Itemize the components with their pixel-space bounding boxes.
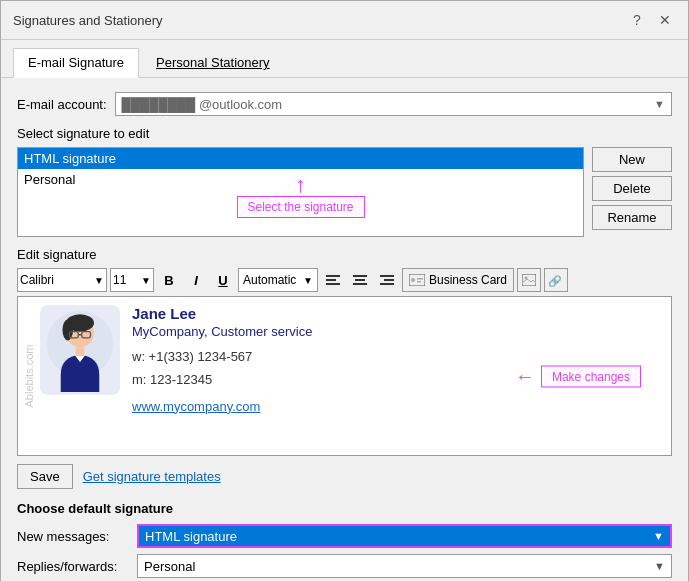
select-signature-label: Select signature to edit xyxy=(17,126,672,141)
svg-rect-11 xyxy=(417,278,423,280)
sig-name: Jane Lee xyxy=(132,305,312,322)
get-templates-link[interactable]: Get signature templates xyxy=(83,469,221,484)
align-left-icon xyxy=(326,273,340,287)
sig-phone-w: w: +1(333) 1234-567 xyxy=(132,347,312,368)
font-size-dropdown[interactable]: 11 ▼ xyxy=(110,268,154,292)
insert-image-button[interactable] xyxy=(517,268,541,292)
business-card-button[interactable]: Business Card xyxy=(402,268,514,292)
font-select-value: Calibri xyxy=(20,273,54,287)
svg-rect-4 xyxy=(355,279,365,281)
sig-phone-m: m: 123-12345 xyxy=(132,370,312,391)
svg-rect-8 xyxy=(380,283,394,285)
make-changes-hint: ← Make changes xyxy=(515,365,641,388)
close-button[interactable]: ✕ xyxy=(654,9,676,31)
email-dropdown-arrow-icon: ▼ xyxy=(654,98,665,110)
help-button[interactable]: ? xyxy=(626,9,648,31)
font-color-value: Automatic xyxy=(243,273,296,287)
font-size-arrow-icon: ▼ xyxy=(141,275,151,286)
avatar xyxy=(40,305,120,395)
email-account-dropdown[interactable]: ████████ @outlook.com ▼ xyxy=(115,92,672,116)
insert-hyperlink-button[interactable]: 🔗 xyxy=(544,268,568,292)
align-center-icon xyxy=(353,273,367,287)
choose-default-title: Choose default signature xyxy=(17,501,672,516)
signature-list: HTML signature Personal ↑ Select the sig… xyxy=(17,147,584,237)
make-changes-label: Make changes xyxy=(541,365,641,387)
font-size-value: 11 xyxy=(113,273,126,287)
replies-dropdown[interactable]: Personal ▼ xyxy=(137,554,672,578)
svg-rect-6 xyxy=(380,275,394,277)
svg-rect-5 xyxy=(353,283,367,285)
signature-content: Jane Lee MyCompany, Customer service w: … xyxy=(40,305,663,414)
tab-bar: E-mail Signature Personal Stationery xyxy=(1,40,688,78)
dialog-window: Signatures and Stationery ? ✕ E-mail Sig… xyxy=(0,0,689,581)
svg-rect-12 xyxy=(417,281,421,283)
bottom-actions: Save Get signature templates xyxy=(17,464,672,489)
new-messages-label: New messages: xyxy=(17,529,137,544)
new-signature-button[interactable]: New xyxy=(592,147,672,172)
svg-rect-0 xyxy=(326,275,340,277)
svg-text:🔗: 🔗 xyxy=(548,274,562,287)
signature-text: Jane Lee MyCompany, Customer service w: … xyxy=(132,305,312,414)
signature-list-area: HTML signature Personal ↑ Select the sig… xyxy=(17,147,672,237)
select-hint-arrow-icon: ↑ xyxy=(295,174,306,196)
title-bar: Signatures and Stationery ? ✕ xyxy=(1,1,688,40)
insert-image-icon xyxy=(522,274,536,286)
rename-signature-button[interactable]: Rename xyxy=(592,205,672,230)
main-content: E-mail account: ████████ @outlook.com ▼ … xyxy=(1,78,688,581)
svg-rect-2 xyxy=(326,283,340,285)
underline-button[interactable]: U xyxy=(211,268,235,292)
dialog-title: Signatures and Stationery xyxy=(13,13,163,28)
replies-value: Personal xyxy=(144,559,195,574)
business-card-icon xyxy=(409,274,425,286)
italic-button[interactable]: I xyxy=(184,268,208,292)
bold-button[interactable]: B xyxy=(157,268,181,292)
font-dropdown-arrow-icon: ▼ xyxy=(94,275,104,286)
signature-editor-wrapper: Ablebits.com xyxy=(17,296,672,456)
save-button[interactable]: Save xyxy=(17,464,73,489)
align-right-icon xyxy=(380,273,394,287)
sig-company: MyCompany, Customer service xyxy=(132,324,312,339)
default-signature-section: Choose default signature New messages: H… xyxy=(17,501,672,578)
signature-editor[interactable]: Jane Lee MyCompany, Customer service w: … xyxy=(17,296,672,456)
new-messages-value: HTML signature xyxy=(145,529,237,544)
font-color-dropdown[interactable]: Automatic ▼ xyxy=(238,268,318,292)
delete-signature-button[interactable]: Delete xyxy=(592,176,672,201)
email-account-label: E-mail account: xyxy=(17,97,107,112)
select-hint-box: Select the signature xyxy=(236,196,364,218)
svg-rect-7 xyxy=(384,279,394,281)
svg-point-10 xyxy=(411,278,415,282)
email-account-value: ████████ @outlook.com xyxy=(122,97,283,112)
avatar-svg xyxy=(45,308,115,393)
replies-row: Replies/forwards: Personal ▼ xyxy=(17,554,672,578)
title-bar-controls: ? ✕ xyxy=(626,9,676,31)
sig-item-html[interactable]: HTML signature xyxy=(18,148,583,169)
align-center-button[interactable] xyxy=(348,268,372,292)
make-changes-arrow-icon: ← xyxy=(515,365,535,388)
sig-website: www.mycompany.com xyxy=(132,399,312,414)
insert-hyperlink-icon: 🔗 xyxy=(548,273,564,287)
business-card-label: Business Card xyxy=(429,273,507,287)
edit-signature-label: Edit signature xyxy=(17,247,672,262)
svg-rect-23 xyxy=(76,347,85,356)
signature-buttons: New Delete Rename xyxy=(592,147,672,237)
font-select-dropdown[interactable]: Calibri ▼ xyxy=(17,268,107,292)
signature-toolbar: Calibri ▼ 11 ▼ B I U Automatic ▼ xyxy=(17,268,672,292)
select-hint-overlay: ↑ Select the signature xyxy=(236,174,364,218)
color-dropdown-arrow-icon: ▼ xyxy=(303,275,313,286)
tab-email-signature[interactable]: E-mail Signature xyxy=(13,48,139,78)
email-account-row: E-mail account: ████████ @outlook.com ▼ xyxy=(17,92,672,116)
svg-rect-3 xyxy=(353,275,367,277)
new-messages-dropdown[interactable]: HTML signature ▼ xyxy=(137,524,672,548)
align-right-button[interactable] xyxy=(375,268,399,292)
new-messages-arrow-icon: ▼ xyxy=(653,530,664,542)
svg-rect-1 xyxy=(326,279,336,281)
new-messages-row: New messages: HTML signature ▼ xyxy=(17,524,672,548)
align-left-button[interactable] xyxy=(321,268,345,292)
replies-label: Replies/forwards: xyxy=(17,559,137,574)
tab-personal-stationery[interactable]: Personal Stationery xyxy=(141,48,284,77)
replies-arrow-icon: ▼ xyxy=(654,560,665,572)
